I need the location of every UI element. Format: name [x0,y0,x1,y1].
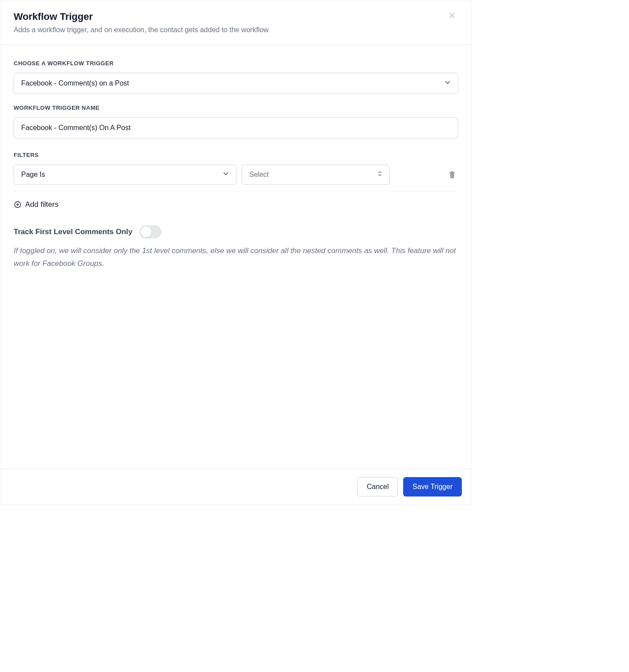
modal-header: Workflow Trigger Adds a workflow trigger… [0,0,472,45]
filter-value-placeholder: Select [249,171,269,179]
save-trigger-button[interactable]: Save Trigger [403,477,462,497]
close-icon [448,11,457,20]
modal-footer: Cancel Save Trigger [0,469,472,504]
trigger-select-wrap: Facebook - Comment(s) on a Post [14,73,458,94]
trash-icon [448,170,457,179]
filter-field-value: Page Is [21,171,45,179]
track-first-level-row: Track First Level Comments Only [14,225,458,239]
trigger-name-input-wrap[interactable] [14,117,458,138]
filter-value-select[interactable]: Select [242,164,390,185]
trigger-name-label: WORKFLOW TRIGGER NAME [14,105,458,111]
filter-field-select[interactable]: Page Is [14,164,236,185]
add-filters-button[interactable]: Add filters [14,200,59,209]
track-first-level-toggle[interactable] [139,225,161,239]
updown-icon [376,170,383,179]
modal-body: CHOOSE A WORKFLOW TRIGGER Facebook - Com… [0,45,472,469]
modal-title: Workflow Trigger [14,11,446,22]
track-first-level-help: If toggled on, we will consider only the… [14,245,458,270]
trigger-name-input[interactable] [21,124,451,132]
trigger-select[interactable]: Facebook - Comment(s) on a Post [14,73,458,94]
track-first-level-label: Track First Level Comments Only [14,228,132,236]
header-texts: Workflow Trigger Adds a workflow trigger… [14,11,446,34]
toggle-knob [141,227,151,237]
plus-circle-icon [14,201,22,209]
modal-subtitle: Adds a workflow trigger, and on executio… [14,26,446,34]
chevron-down-icon [222,170,230,179]
add-filters-label: Add filters [25,200,59,209]
trigger-select-value: Facebook - Comment(s) on a Post [21,79,129,87]
choose-trigger-label: CHOOSE A WORKFLOW TRIGGER [14,60,458,67]
close-button[interactable] [446,11,458,20]
trigger-name-wrap [14,117,458,138]
delete-filter-button[interactable] [446,168,458,181]
cancel-button[interactable]: Cancel [357,477,398,497]
chevron-down-icon [444,78,452,88]
filters-label: FILTERS [14,152,458,158]
filter-row: Page Is Select [14,164,458,191]
